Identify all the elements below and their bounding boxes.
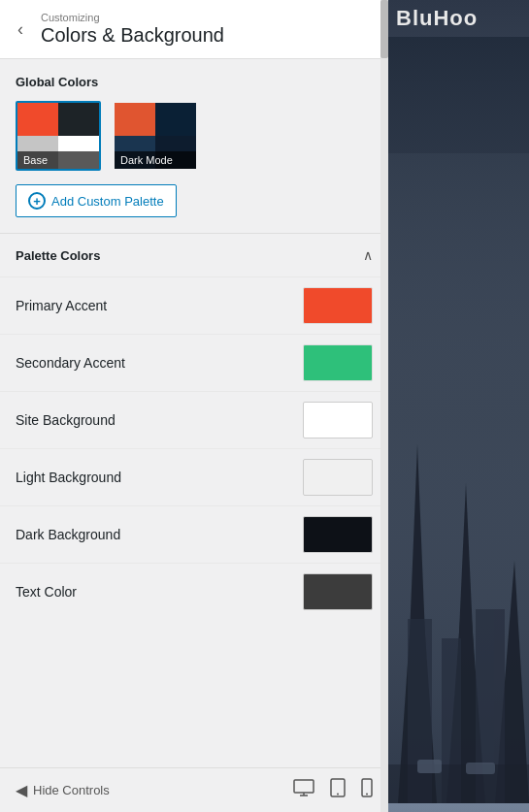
desktop-icon[interactable]: [293, 778, 314, 802]
add-custom-palette-button[interactable]: + Add Custom Palette: [16, 184, 177, 217]
svg-point-6: [366, 794, 368, 796]
preview-site-title: BluHoo: [388, 0, 529, 37]
dark-background-label: Dark Background: [16, 527, 120, 542]
customizing-label: Customizing: [41, 12, 224, 23]
site-background-swatch[interactable]: [303, 402, 373, 438]
swatch-dark-0: [115, 103, 155, 136]
secondary-accent-swatch[interactable]: [303, 344, 373, 381]
palette-colors-title: Palette Colors: [16, 248, 100, 263]
swatch-base-1: [58, 103, 99, 136]
dark-background-swatch[interactable]: [303, 516, 373, 553]
bottom-bar: ◀ Hide Controls: [0, 767, 388, 812]
svg-rect-22: [417, 760, 442, 773]
global-colors-section: Global Colors Base: [0, 59, 388, 233]
global-colors-title: Global Colors: [16, 75, 373, 89]
color-row-secondary-accent: Secondary Accent: [0, 334, 388, 391]
tablet-icon[interactable]: [330, 778, 346, 802]
content-area: Global Colors Base: [0, 59, 388, 767]
text-color-swatch[interactable]: [303, 573, 373, 610]
site-background-label: Site Background: [16, 412, 116, 428]
preview-background-svg: [388, 37, 529, 803]
hide-controls-icon: ◀: [16, 781, 27, 799]
light-background-label: Light Background: [16, 470, 121, 485]
light-background-swatch[interactable]: [303, 459, 373, 496]
color-row-text-color: Text Color: [0, 563, 388, 620]
svg-point-4: [337, 794, 339, 796]
color-row-site-background: Site Background: [0, 391, 388, 448]
palette-colors-header[interactable]: Palette Colors ∧: [0, 234, 388, 276]
color-row-dark-background: Dark Background: [0, 505, 388, 563]
header: ‹ Customizing Colors & Background: [0, 0, 388, 59]
left-panel: ‹ Customizing Colors & Background Global…: [0, 0, 388, 812]
palette-card-base[interactable]: Base: [16, 101, 101, 171]
add-palette-icon: +: [28, 192, 46, 210]
hide-controls-button[interactable]: ◀ Hide Controls: [16, 781, 110, 799]
swatch-base-0: [17, 103, 58, 136]
color-row-light-background: Light Background: [0, 448, 388, 505]
header-text: Customizing Colors & Background: [41, 12, 224, 47]
back-button[interactable]: ‹: [12, 16, 29, 44]
palette-label-base: Base: [17, 151, 99, 169]
color-row-primary-accent: Primary Accent: [0, 276, 388, 334]
right-panel: BluHoo: [388, 0, 529, 812]
hide-controls-label: Hide Controls: [33, 783, 110, 797]
palette-grid: Base Dark Mode: [16, 101, 373, 171]
device-icons: [293, 778, 373, 802]
svg-rect-23: [466, 763, 495, 774]
page-title: Colors & Background: [41, 23, 224, 47]
primary-accent-label: Primary Accent: [16, 298, 107, 313]
palette-colors-section: Palette Colors ∧ Primary Accent Secondar…: [0, 234, 388, 620]
scrollbar-track: [380, 0, 388, 812]
preview-image: BluHoo: [388, 0, 529, 812]
add-palette-label: Add Custom Palette: [51, 194, 164, 209]
svg-rect-0: [294, 780, 314, 793]
secondary-accent-label: Secondary Accent: [16, 355, 125, 371]
text-color-label: Text Color: [16, 584, 77, 600]
primary-accent-swatch[interactable]: [303, 287, 373, 324]
svg-rect-21: [388, 764, 529, 803]
swatch-dark-1: [155, 103, 196, 136]
scrollbar-thumb[interactable]: [380, 0, 388, 58]
mobile-icon[interactable]: [361, 778, 373, 802]
palette-label-dark: Dark Mode: [115, 151, 196, 169]
palette-card-dark-mode[interactable]: Dark Mode: [113, 101, 198, 171]
chevron-up-icon: ∧: [363, 247, 373, 263]
